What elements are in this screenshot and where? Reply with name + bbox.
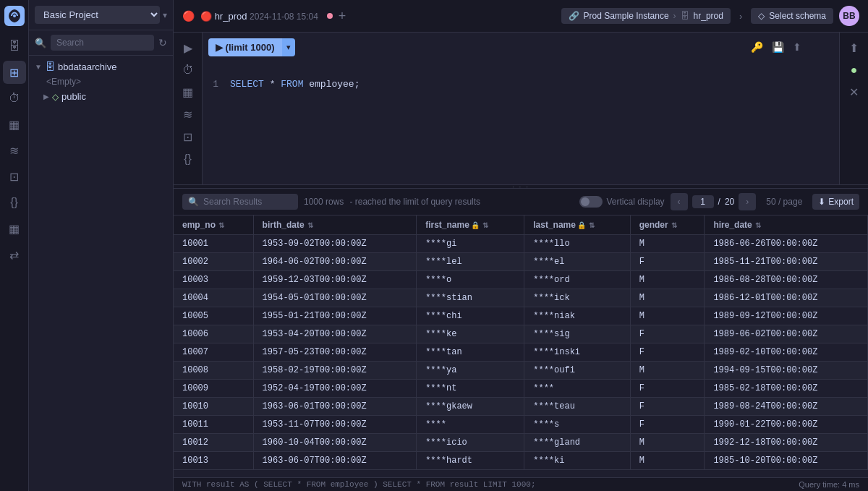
nav-database-icon[interactable]: 🗄 [3,35,26,58]
cell-last_name[interactable]: ****s [524,416,630,434]
cell-last_name[interactable]: ****el [524,253,630,271]
run-query-button[interactable]: ▶ (limit 1000) [208,38,282,56]
table-icon[interactable]: ▦ [179,82,196,102]
upload-icon[interactable]: ⬆ [846,38,861,58]
cell-emp_no[interactable]: 10013 [174,452,253,470]
close-icon[interactable]: ✕ [846,82,861,102]
cell-birth_date[interactable]: 1953-04-20T00:00:00Z [253,325,417,343]
cell-emp_no[interactable]: 10006 [174,325,253,343]
prev-page-button[interactable]: ‹ [671,193,688,210]
cell-hire_date[interactable]: 1989-06-02T00:00:00Z [705,325,868,343]
cell-last_name[interactable]: ****oufi [524,362,630,380]
cell-last_name[interactable]: ****sig [524,325,630,343]
toggle-switch[interactable] [579,196,603,208]
user-avatar[interactable]: BB [839,6,859,26]
nav-braces-icon[interactable]: {} [3,191,26,214]
cell-first_name[interactable]: ****gkaew [417,398,524,416]
cell-emp_no[interactable]: 10003 [174,271,253,289]
cell-first_name[interactable]: **** [417,416,524,434]
cell-last_name[interactable]: ****ick [524,289,630,307]
cell-gender[interactable]: F [630,398,705,416]
cell-first_name[interactable]: ****tan [417,343,524,362]
cell-first_name[interactable]: ****ya [417,362,524,380]
cell-emp_no[interactable]: 10008 [174,362,253,380]
cell-gender[interactable]: F [630,253,705,271]
cell-hire_date[interactable]: 1986-08-28T00:00:00Z [705,271,868,289]
cell-birth_date[interactable]: 1952-04-19T00:00:00Z [253,380,417,398]
cell-birth_date[interactable]: 1959-12-03T00:00:00Z [253,271,417,289]
col-gender[interactable]: gender⇅ [630,215,705,235]
project-select[interactable]: Basic Project [35,6,160,24]
schema-selector[interactable]: ◇ Select schema [751,8,833,24]
cell-first_name[interactable]: ****ke [417,325,524,343]
page-number-input[interactable] [692,195,714,208]
cell-birth_date[interactable]: 1963-06-01T00:00:00Z [253,398,417,416]
cell-hire_date[interactable]: 1989-02-10T00:00:00Z [705,343,868,362]
cell-emp_no[interactable]: 10012 [174,434,253,452]
results-search-input[interactable] [203,197,276,207]
cell-last_name[interactable]: ****ki [524,452,630,470]
save-button[interactable]: 💾 [769,38,787,56]
schema-view-icon[interactable]: ≋ [180,105,195,124]
nav-history-icon[interactable]: ⏱ [3,87,26,110]
run-dropdown-button[interactable]: ▾ [282,38,295,56]
cell-hire_date[interactable]: 1990-01-22T00:00:00Z [705,416,868,434]
cell-first_name[interactable]: ****hardt [417,452,524,470]
cell-birth_date[interactable]: 1953-09-02T00:00:00Z [253,235,417,253]
cell-birth_date[interactable]: 1954-05-01T00:00:00Z [253,289,417,307]
nav-grid-icon[interactable]: ▦ [3,113,26,136]
tab-name[interactable]: hr_prod [215,11,247,22]
cell-first_name[interactable]: ****stian [417,289,524,307]
nav-transfer-icon[interactable]: ⇄ [3,243,26,266]
cell-first_name[interactable]: ****chi [417,307,524,325]
cell-emp_no[interactable]: 10007 [174,343,253,362]
cell-hire_date[interactable]: 1986-12-01T00:00:00Z [705,289,868,307]
cell-gender[interactable]: F [630,416,705,434]
cell-gender[interactable]: M [630,307,705,325]
explain-icon[interactable]: ⊡ [180,127,195,147]
cell-first_name[interactable]: ****gi [417,235,524,253]
cell-birth_date[interactable]: 1957-05-23T00:00:00Z [253,343,417,362]
cell-birth_date[interactable]: 1955-01-21T00:00:00Z [253,307,417,325]
history-icon[interactable]: ⏱ [179,61,197,80]
cell-first_name[interactable]: ****icio [417,434,524,452]
cell-hire_date[interactable]: 1989-09-12T00:00:00Z [705,307,868,325]
cell-hire_date[interactable]: 1985-10-20T00:00:00Z [705,452,868,470]
sidebar-item-bbdataarchive[interactable]: ▼ 🗄 bbdataarchive [29,59,173,74]
refresh-icon[interactable]: ↻ [158,37,167,48]
col-first_name[interactable]: first_name🔒⇅ [417,215,524,235]
cell-gender[interactable]: F [630,343,705,362]
results-table-wrapper[interactable]: emp_no⇅ birth_date⇅ first_name🔒⇅ last_na… [174,215,868,477]
connection-selector[interactable]: 🔗 Prod Sample Instance › 🗄 hr_prod [561,8,731,24]
cell-gender[interactable]: F [630,380,705,398]
cell-gender[interactable]: M [630,434,705,452]
sidebar-item-public[interactable]: ▶ ◇ public [29,89,173,104]
cell-last_name[interactable]: ****llo [524,235,630,253]
cell-gender[interactable]: F [630,325,705,343]
cell-emp_no[interactable]: 10009 [174,380,253,398]
cell-first_name[interactable]: ****nt [417,380,524,398]
col-emp_no[interactable]: emp_no⇅ [174,215,253,235]
col-last_name[interactable]: last_name🔒⇅ [524,215,630,235]
cell-emp_no[interactable]: 10005 [174,307,253,325]
cell-hire_date[interactable]: 1986-06-26T00:00:00Z [705,235,868,253]
cell-emp_no[interactable]: 10002 [174,253,253,271]
add-tab-button[interactable]: + [339,9,346,24]
col-hire_date[interactable]: hire_date⇅ [705,215,868,235]
cell-hire_date[interactable]: 1992-12-18T00:00:00Z [705,434,868,452]
cell-hire_date[interactable]: 1985-11-21T00:00:00Z [705,253,868,271]
cell-birth_date[interactable]: 1960-10-04T00:00:00Z [253,434,417,452]
cell-last_name[interactable]: ****teau [524,398,630,416]
cell-hire_date[interactable]: 1989-08-24T00:00:00Z [705,398,868,416]
nav-tables-icon[interactable]: ⊞ [3,61,26,84]
share-button[interactable]: ⬆ [790,38,804,56]
next-page-button[interactable]: › [739,193,756,210]
search-input[interactable] [51,35,154,51]
cell-hire_date[interactable]: 1994-09-15T00:00:00Z [705,362,868,380]
cell-hire_date[interactable]: 1985-02-18T00:00:00Z [705,380,868,398]
cell-last_name[interactable]: ****inski [524,343,630,362]
run-icon[interactable]: ▶ [181,38,195,58]
sql-code[interactable]: SELECT * FROM employee; [224,69,365,184]
app-logo[interactable] [4,6,25,26]
format-icon[interactable]: {} [181,150,195,168]
